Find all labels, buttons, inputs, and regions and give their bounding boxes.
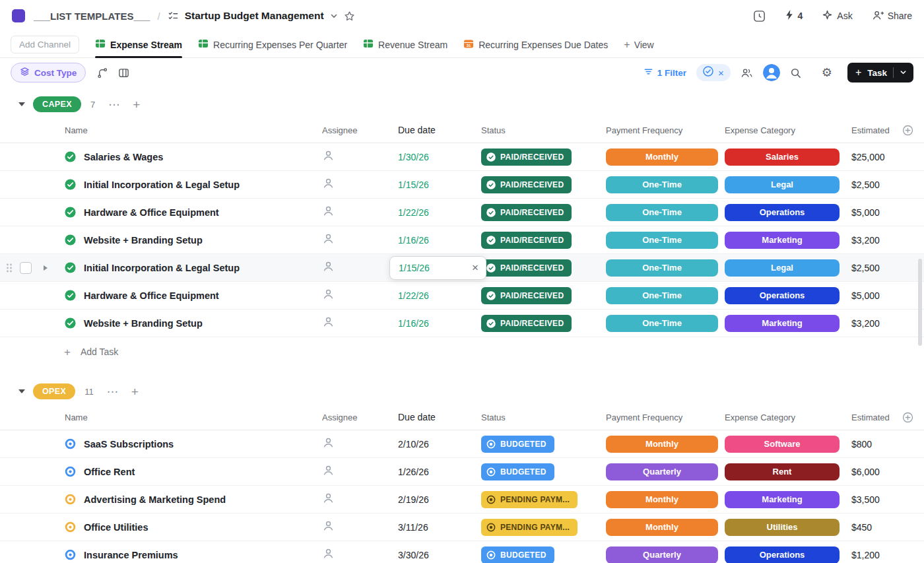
expense-category-pill[interactable]: Operations: [725, 287, 840, 304]
due-date-cell[interactable]: 3/11/26: [398, 522, 481, 533]
assignee-cell[interactable]: [321, 547, 398, 562]
task-status-icon[interactable]: [65, 466, 76, 477]
closed-tasks-filter-pill[interactable]: ×: [696, 64, 731, 81]
collapse-group-icon[interactable]: [18, 389, 25, 393]
add-task-button[interactable]: +Add Task: [0, 337, 924, 366]
assignee-cell[interactable]: [321, 464, 398, 479]
task-status-icon[interactable]: [65, 494, 76, 505]
add-column-icon[interactable]: [902, 412, 913, 423]
estimated-cost-cell[interactable]: $450: [851, 522, 924, 533]
task-row[interactable]: Initial Incorporation & Legal Setup1/15/…: [0, 254, 924, 282]
due-date-editor[interactable]: 1/15/26×: [389, 256, 486, 280]
due-date-cell[interactable]: 2/19/26: [398, 494, 481, 505]
payment-frequency-pill[interactable]: Quarterly: [606, 546, 718, 563]
payment-frequency-pill[interactable]: Quarterly: [606, 463, 718, 480]
collapse-group-icon[interactable]: [18, 102, 25, 106]
breadcrumb[interactable]: ___LIST TEMPLATES___: [34, 11, 150, 22]
status-pill[interactable]: PAID/RECEIVED: [481, 259, 572, 277]
task-row[interactable]: Office Rent1/26/26BUDGETEDQuarterlyRent$…: [0, 458, 924, 486]
task-row[interactable]: Website + Branding Setup1/16/26PAID/RECE…: [0, 310, 924, 337]
column-header-assignee[interactable]: Assignee: [321, 413, 398, 422]
chevron-down-icon[interactable]: [900, 68, 907, 78]
add-view-button[interactable]: + View: [624, 40, 653, 50]
column-header-freq[interactable]: Payment Frequency: [606, 125, 725, 135]
remove-filter-icon[interactable]: ×: [718, 68, 724, 78]
expense-category-pill[interactable]: Marketing: [725, 315, 840, 332]
relationships-icon[interactable]: [96, 67, 108, 79]
task-name[interactable]: Salaries & Wages: [84, 152, 163, 162]
tab-expense-stream[interactable]: Expense Stream: [95, 32, 182, 57]
column-header-status[interactable]: Status: [481, 413, 606, 422]
column-header-amount[interactable]: Estimated: [851, 125, 924, 136]
task-row[interactable]: Hardware & Office Equipment1/22/26PAID/R…: [0, 199, 924, 226]
assignee-cell[interactable]: [321, 149, 398, 164]
tab-recurring-expenses-per-quarter[interactable]: Recurring Expenses Per Quarter: [198, 32, 347, 57]
estimated-cost-cell[interactable]: $5,000: [851, 207, 924, 218]
estimated-cost-cell[interactable]: $800: [851, 439, 924, 449]
assignee-cell[interactable]: [321, 519, 398, 535]
estimated-cost-cell[interactable]: $3,500: [851, 494, 924, 505]
due-date-cell[interactable]: 1/26/26: [398, 467, 481, 477]
expense-category-pill[interactable]: Legal: [725, 176, 840, 193]
expense-category-pill[interactable]: Legal: [725, 259, 840, 277]
estimated-cost-cell[interactable]: $25,000: [851, 152, 924, 162]
column-header-name[interactable]: Name: [40, 413, 321, 422]
group-add-icon[interactable]: +: [131, 385, 139, 398]
task-name[interactable]: Initial Incorporation & Legal Setup: [84, 263, 240, 273]
status-pill[interactable]: PAID/RECEIVED: [481, 204, 572, 221]
estimated-cost-cell[interactable]: $6,000: [851, 467, 924, 477]
page-title[interactable]: Startup Budget Management: [185, 10, 324, 22]
expense-category-pill[interactable]: Software: [725, 436, 840, 453]
task-complete-icon[interactable]: [65, 317, 76, 329]
payment-frequency-pill[interactable]: Monthly: [606, 519, 718, 536]
tab-recurring-expenses-due-dates[interactable]: 31 Recurring Expenses Due Dates: [463, 32, 608, 57]
group-options-icon[interactable]: ⋯: [108, 99, 119, 110]
status-pill[interactable]: PENDING PAYM...: [481, 519, 578, 536]
task-name[interactable]: SaaS Subscriptions: [84, 439, 174, 449]
task-name[interactable]: Initial Incorporation & Legal Setup: [84, 180, 240, 190]
task-row[interactable]: SaaS Subscriptions2/10/26BUDGETEDMonthly…: [0, 430, 924, 458]
task-complete-icon[interactable]: [65, 151, 76, 162]
due-date-cell[interactable]: 1/30/26: [398, 152, 481, 162]
payment-frequency-pill[interactable]: Monthly: [606, 491, 718, 508]
estimated-cost-cell[interactable]: $1,200: [851, 550, 924, 560]
estimated-cost-cell[interactable]: $3,200: [851, 318, 924, 329]
task-name[interactable]: Insurance Premiums: [84, 550, 178, 560]
payment-frequency-pill[interactable]: Monthly: [606, 436, 718, 453]
estimated-cost-cell[interactable]: $2,500: [851, 180, 924, 190]
payment-frequency-pill[interactable]: One-Time: [606, 204, 718, 221]
columns-icon[interactable]: [118, 67, 129, 79]
assignee-cell[interactable]: [321, 177, 398, 192]
due-date-cell[interactable]: 1/22/26: [398, 207, 481, 218]
column-header-status[interactable]: Status: [481, 125, 606, 135]
task-name[interactable]: Hardware & Office Equipment: [84, 290, 219, 301]
task-name[interactable]: Hardware & Office Equipment: [84, 207, 219, 218]
task-complete-icon[interactable]: [65, 234, 76, 246]
task-complete-icon[interactable]: [65, 207, 76, 218]
estimated-cost-cell[interactable]: $3,200: [851, 235, 924, 246]
group-name-pill[interactable]: CAPEX: [33, 96, 81, 112]
group-options-icon[interactable]: ⋯: [107, 386, 118, 397]
scrollbar-thumb[interactable]: [918, 259, 922, 346]
status-pill[interactable]: PENDING PAYM...: [481, 491, 578, 508]
estimated-cost-cell[interactable]: $5,000: [851, 290, 924, 301]
favorite-star-icon[interactable]: [344, 11, 355, 22]
column-header-amount[interactable]: Estimated: [851, 412, 924, 423]
payment-frequency-pill[interactable]: One-Time: [606, 315, 718, 332]
group-add-icon[interactable]: +: [133, 98, 140, 111]
task-complete-icon[interactable]: [65, 179, 76, 190]
column-header-category[interactable]: Expense Category: [725, 125, 851, 135]
settings-gear-icon[interactable]: ⚙: [822, 65, 832, 80]
task-row[interactable]: Office Utilities3/11/26PENDING PAYM...Mo…: [0, 513, 924, 541]
due-date-cell[interactable]: 1/22/26: [398, 290, 481, 301]
column-header-due[interactable]: Due date: [398, 412, 481, 422]
assignee-cell[interactable]: [321, 492, 398, 507]
filter-button[interactable]: 1 Filter: [644, 67, 686, 79]
task-row[interactable]: Website + Branding Setup1/16/26PAID/RECE…: [0, 226, 924, 254]
add-task-primary-button[interactable]: + Task: [847, 63, 913, 83]
column-header-due[interactable]: Due date: [398, 125, 481, 135]
workspace-logo[interactable]: [12, 9, 25, 22]
status-pill[interactable]: PAID/RECEIVED: [481, 232, 572, 249]
task-name[interactable]: Advertising & Marketing Spend: [84, 494, 226, 505]
user-avatar[interactable]: [763, 64, 780, 81]
